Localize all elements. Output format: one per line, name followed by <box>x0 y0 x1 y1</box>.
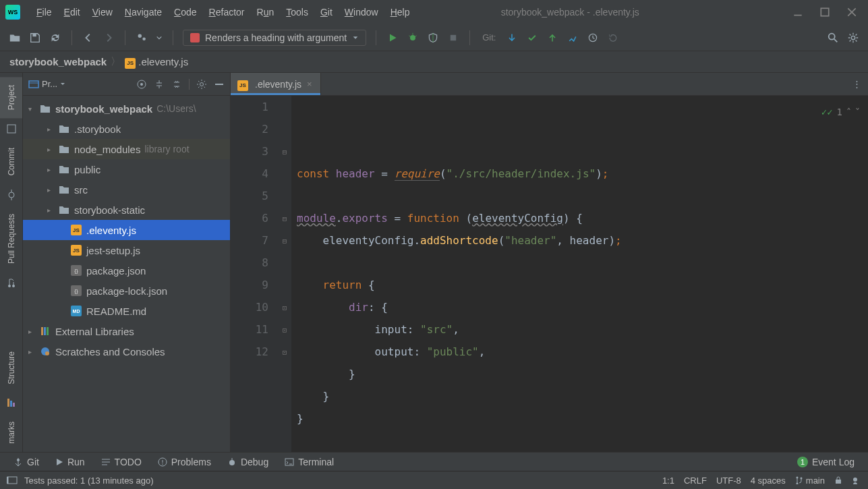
menu-run[interactable]: Run <box>252 4 280 20</box>
crumb-project[interactable]: storybook_webpack <box>9 56 107 67</box>
ide-status-icon[interactable] <box>852 476 861 485</box>
status-icon <box>7 475 18 486</box>
search-icon[interactable] <box>826 31 840 45</box>
push-icon[interactable] <box>546 31 559 45</box>
menu-edit[interactable]: Edit <box>59 4 86 20</box>
structure-stripe-icon[interactable] <box>0 392 22 413</box>
settings-gear-icon[interactable] <box>196 79 207 90</box>
editor-tab[interactable]: JS .eleventy.js × <box>231 73 321 95</box>
tree-file[interactable]: {}package.json <box>23 260 230 281</box>
bb-problems[interactable]: Problems <box>151 455 218 469</box>
crumb-file[interactable]: .eleventy.js <box>138 56 188 67</box>
collapse-all-icon[interactable] <box>171 79 182 90</box>
menu-code[interactable]: Code <box>169 4 202 20</box>
svg-point-51 <box>796 483 798 485</box>
menu-git[interactable]: Git <box>315 4 338 20</box>
tree-file[interactable]: MDREADME.md <box>23 301 230 321</box>
svg-line-10 <box>409 35 411 36</box>
forward-icon[interactable] <box>102 31 115 45</box>
svg-rect-4 <box>32 33 36 36</box>
event-badge: 1 <box>797 457 808 467</box>
tool-structure[interactable]: Structure <box>0 343 22 393</box>
code-with-me-icon[interactable] <box>135 31 148 45</box>
pr-stripe-icon[interactable] <box>0 272 22 293</box>
svg-point-14 <box>829 33 835 39</box>
svg-point-16 <box>851 36 855 39</box>
lock-icon[interactable] <box>834 476 842 484</box>
maximize-icon[interactable] <box>819 7 830 18</box>
menu-view[interactable]: View <box>87 4 118 20</box>
tree-scratch[interactable]: ▸Scratches and Consoles <box>23 341 230 362</box>
svg-rect-7 <box>190 33 200 42</box>
next-highlight-icon[interactable]: ˅ <box>855 101 860 123</box>
file-tree-icon[interactable] <box>0 118 22 140</box>
encoding[interactable]: UTF-8 <box>716 476 741 486</box>
bb-run[interactable]: Run <box>49 455 92 469</box>
tool-project[interactable]: Project <box>0 77 22 118</box>
stop-icon[interactable] <box>446 31 460 45</box>
cursor-position[interactable]: 1:1 <box>662 476 674 486</box>
open-icon[interactable] <box>8 31 22 45</box>
bb-debug[interactable]: Debug <box>221 455 275 469</box>
coverage-icon[interactable] <box>426 31 440 45</box>
svg-point-22 <box>12 285 15 287</box>
rollback-icon[interactable] <box>606 31 620 45</box>
svg-rect-25 <box>13 403 15 407</box>
tree-file[interactable]: JSjest-setup.js <box>23 240 230 260</box>
project-tree[interactable]: ▾storybook_webpackC:\Users\▸.storybook▸n… <box>23 96 230 452</box>
tree-folder[interactable]: ▸src <box>23 179 230 200</box>
tree-file[interactable]: JS.eleventy.js <box>23 220 230 240</box>
bb-eventlog[interactable]: 1Event Log <box>790 455 861 469</box>
menu-tools[interactable]: Tools <box>281 4 314 20</box>
chevron-down-icon[interactable] <box>155 31 163 45</box>
editor-area: JS .eleventy.js × ⋮ 123456789101112 ⊟⊟⊟⊡… <box>231 73 868 452</box>
tree-folder[interactable]: ▸.storybook <box>23 119 230 139</box>
run-config-selector[interactable]: Renders a heading with argument <box>183 30 366 46</box>
line-separator[interactable]: CRLF <box>684 476 707 486</box>
tool-pull-requests[interactable]: Pull Requests <box>0 206 22 272</box>
menu-file[interactable]: File <box>31 4 57 20</box>
gear-icon[interactable] <box>846 31 860 45</box>
inspection-count: 1 <box>837 101 842 123</box>
git-branch[interactable]: main <box>795 476 825 486</box>
main-toolbar: Renders a heading with argument Git: <box>0 24 868 51</box>
run-icon[interactable] <box>386 31 399 45</box>
save-all-icon[interactable] <box>28 31 42 45</box>
indent[interactable]: 4 spaces <box>751 476 786 486</box>
sync-icon[interactable] <box>49 31 62 45</box>
prev-highlight-icon[interactable]: ˄ <box>846 101 851 123</box>
hide-icon[interactable] <box>214 79 225 90</box>
project-view-selector[interactable]: Pr... <box>28 79 65 90</box>
close-icon[interactable] <box>846 7 857 18</box>
tool-commit[interactable]: Commit <box>0 140 22 183</box>
minimize-icon[interactable] <box>792 7 803 18</box>
tree-folder[interactable]: ▸node_moduleslibrary root <box>23 139 230 159</box>
commit-icon[interactable] <box>525 31 539 45</box>
menu-refactor[interactable]: Refactor <box>204 4 250 20</box>
tool-bookmarks[interactable]: marks <box>0 413 22 452</box>
inspection-widget[interactable]: ✓✓ 1 ˄ ˅ <box>821 101 860 123</box>
code-editor[interactable]: 123456789101112 ⊟⊟⊟⊡⊡⊡ ✓✓ 1 ˄ ˅ const he… <box>231 96 868 452</box>
show-history-icon[interactable] <box>566 31 579 45</box>
svg-rect-33 <box>44 327 46 335</box>
tree-file[interactable]: {}package-lock.json <box>23 281 230 301</box>
tabs-more-icon[interactable]: ⋮ <box>846 73 868 95</box>
back-icon[interactable] <box>82 31 95 45</box>
tree-lib[interactable]: ▸External Libraries <box>23 321 230 341</box>
update-project-icon[interactable] <box>505 31 519 45</box>
debug-icon[interactable] <box>406 31 419 45</box>
tab-close-icon[interactable]: × <box>306 79 314 89</box>
bb-git[interactable]: Git <box>7 455 46 469</box>
commit-stripe-icon[interactable] <box>0 184 22 206</box>
svg-point-49 <box>796 477 798 479</box>
bb-terminal[interactable]: Terminal <box>278 455 341 469</box>
select-opened-file-icon[interactable] <box>136 79 147 90</box>
tree-folder[interactable]: ▸public <box>23 159 230 179</box>
tree-folder[interactable]: ▸storybook-static <box>23 200 230 220</box>
bb-todo[interactable]: TODO <box>94 455 148 469</box>
menu-navigate[interactable]: Navigate <box>119 4 167 20</box>
clock-icon[interactable] <box>586 31 600 45</box>
svg-rect-32 <box>41 327 43 335</box>
expand-all-icon[interactable] <box>154 79 165 90</box>
tree-root[interactable]: ▾storybook_webpackC:\Users\ <box>23 98 230 119</box>
